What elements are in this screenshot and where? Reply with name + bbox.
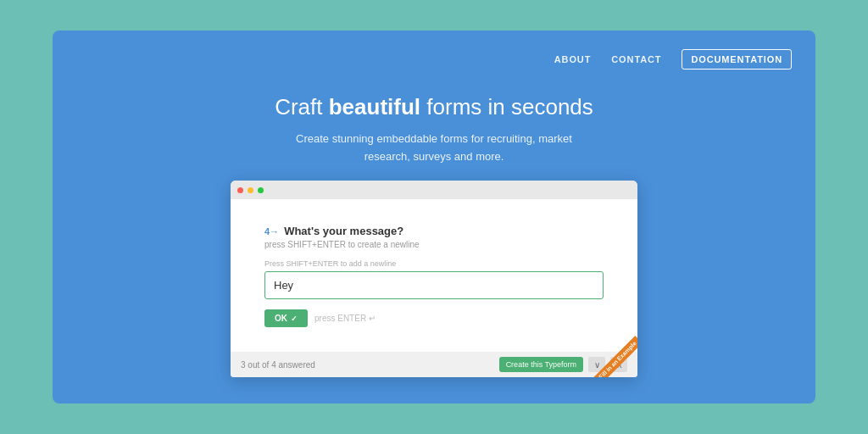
browser-footer: 3 out of 4 answered Create this Typeform… <box>231 352 637 377</box>
form-message-input[interactable] <box>264 271 604 299</box>
form-hint-text: press ENTER ↵ <box>314 314 376 323</box>
browser-mockup: 4→ What's your message? press SHIFT+ENTE… <box>231 181 637 377</box>
browser-bar <box>231 181 637 199</box>
corner-ribbon: Fill in an Example <box>587 326 637 377</box>
form-question-label: 4→ What's your message? <box>264 225 604 237</box>
form-instruction: press SHIFT+ENTER to create a newline <box>264 240 604 249</box>
corner-ribbon-text: Fill in an Example <box>593 336 637 377</box>
nav-contact[interactable]: CONTACT <box>611 54 661 64</box>
navigation: ABOUT CONTACT DOCUMENTATION <box>53 31 815 70</box>
form-ok-button[interactable]: OK <box>264 309 308 327</box>
browser-dot-green <box>258 187 264 193</box>
question-number: 4→ <box>264 226 279 236</box>
question-text: What's your message? <box>284 225 403 237</box>
hero-title: Craft beautiful forms in seconds <box>275 93 593 122</box>
create-typeform-button[interactable]: Create this Typeform <box>499 357 583 372</box>
hero-subtitle: Create stunning embeddable forms for rec… <box>273 131 595 166</box>
browser-content: 4→ What's your message? press SHIFT+ENTE… <box>231 199 637 352</box>
nav-about[interactable]: ABOUT <box>554 54 592 64</box>
browser-dot-red <box>237 187 243 193</box>
footer-answered-text: 3 out of 4 answered <box>241 360 315 370</box>
main-card: ABOUT CONTACT DOCUMENTATION Craft beauti… <box>53 31 815 403</box>
nav-documentation-button[interactable]: DOCUMENTATION <box>682 49 792 70</box>
form-actions: OK press ENTER ↵ <box>264 309 604 327</box>
browser-dot-yellow <box>248 187 253 193</box>
form-field-label: Press SHIFT+ENTER to add a newline <box>264 259 604 268</box>
